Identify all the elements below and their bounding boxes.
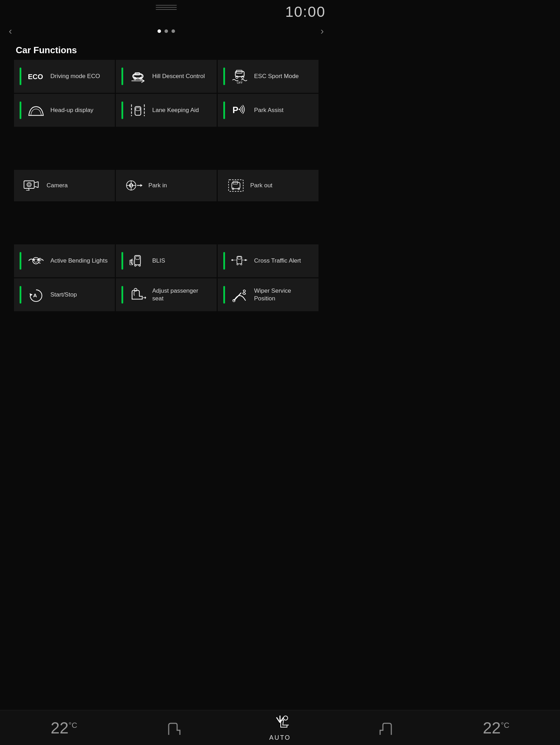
svg-point-24 <box>28 183 30 186</box>
active-indicator <box>223 252 225 270</box>
cell-label-seat: Adjust passenger seat <box>152 287 211 302</box>
svg-marker-64 <box>145 296 146 299</box>
blis-icon <box>128 253 147 269</box>
svg-marker-19 <box>238 108 240 111</box>
active-indicator <box>223 102 225 119</box>
svg-point-52 <box>139 265 140 266</box>
svg-marker-35 <box>140 184 142 187</box>
cell-label-bending: Active Bending Lights <box>50 257 108 265</box>
svg-line-65 <box>234 293 241 301</box>
cell-park-assist[interactable]: P Park Assist <box>218 94 318 127</box>
active-indicator <box>121 102 123 119</box>
cell-label-wiper: Wiper Service Position <box>254 287 313 302</box>
page-title: Car Functions <box>0 42 332 60</box>
cell-cross-traffic[interactable]: Cross Traffic Alert <box>218 244 318 277</box>
esc-icon: OFF <box>230 69 249 84</box>
wiper-icon <box>230 287 249 303</box>
svg-rect-50 <box>135 256 139 259</box>
hill-icon <box>128 69 147 84</box>
svg-point-45 <box>34 259 37 262</box>
cell-label-lane: Lane Keeping Aid <box>152 106 199 114</box>
svg-line-25 <box>35 182 38 183</box>
svg-point-56 <box>237 264 238 265</box>
svg-line-26 <box>35 187 38 188</box>
cell-label-park-in: Park in <box>148 182 167 189</box>
park-out-icon <box>226 178 245 194</box>
spacer-1 <box>0 128 332 170</box>
active-indicator <box>121 286 123 304</box>
svg-text:ECO: ECO <box>28 73 43 81</box>
active-indicator <box>20 102 21 119</box>
cell-active-bending[interactable]: Active Bending Lights <box>14 244 115 277</box>
svg-point-23 <box>27 182 31 187</box>
cell-esc-sport[interactable]: OFF ESC Sport Mode <box>218 60 318 93</box>
clock-display: 10:00 <box>285 4 326 20</box>
cell-label-driving-mode: Driving mode ECO <box>50 72 100 80</box>
cell-wiper[interactable]: Wiper Service Position <box>218 278 318 311</box>
grid-row-2: Head-up display Lane Keeping Aid P <box>14 94 318 127</box>
grid-row-4: Active Bending Lights BLIS <box>14 244 318 277</box>
active-indicator <box>20 286 21 304</box>
dot-2[interactable] <box>164 29 168 33</box>
park-assist-icon: P <box>230 103 249 118</box>
bending-icon <box>26 253 46 269</box>
cell-label-esc: ESC Sport Mode <box>254 72 299 80</box>
active-indicator <box>20 252 21 270</box>
cell-label-start-stop: Start/Stop <box>50 291 77 299</box>
camera-icon <box>22 178 42 194</box>
grid-row-3: Camera P Park in <box>14 170 318 201</box>
svg-rect-20 <box>24 181 34 189</box>
cell-blis[interactable]: BLIS <box>116 244 217 277</box>
svg-text:P: P <box>129 182 133 188</box>
cell-hill-descent[interactable]: Hill Descent Control <box>116 60 217 93</box>
svg-line-48 <box>38 263 40 263</box>
nav-row: ‹ › <box>0 22 332 42</box>
cell-label-camera: Camera <box>47 182 68 189</box>
start-stop-icon: A <box>26 287 46 303</box>
cell-adjust-seat[interactable]: Adjust passenger seat <box>116 278 217 311</box>
cell-label-park-out: Park out <box>250 182 272 189</box>
cell-label-hud: Head-up display <box>50 106 93 114</box>
active-indicator <box>121 68 123 85</box>
lane-icon <box>128 103 147 118</box>
cross-traffic-icon <box>230 253 249 269</box>
active-indicator <box>20 68 21 85</box>
next-arrow[interactable]: › <box>317 24 327 39</box>
cell-lane-keeping[interactable]: Lane Keeping Aid <box>116 94 217 127</box>
svg-line-47 <box>38 258 40 259</box>
cell-label-park-assist: Park Assist <box>254 106 284 114</box>
cell-park-out[interactable]: Park out <box>218 170 318 201</box>
cell-label-blis: BLIS <box>152 257 165 265</box>
svg-text:A: A <box>33 293 37 299</box>
cell-driving-mode[interactable]: ECO Driving mode ECO <box>14 60 115 93</box>
svg-point-51 <box>134 265 136 266</box>
active-indicator <box>121 252 123 270</box>
active-indicator <box>223 68 225 85</box>
cell-label-cross-traffic: Cross Traffic Alert <box>254 257 301 265</box>
cell-label-hill: Hill Descent Control <box>152 72 205 80</box>
park-in-icon: P <box>124 178 144 194</box>
dot-3[interactable] <box>172 29 175 33</box>
grid-row-5: A Start/Stop Adjust passenger seat <box>14 278 318 311</box>
svg-text:OFF: OFF <box>237 81 243 84</box>
svg-rect-17 <box>136 108 140 111</box>
dot-1[interactable] <box>158 29 161 33</box>
svg-rect-37 <box>229 180 243 191</box>
cell-park-in[interactable]: P Park in <box>116 170 217 201</box>
hud-icon <box>26 103 46 118</box>
svg-point-62 <box>134 288 137 291</box>
grid-row-1: ECO Driving mode ECO Hill Descent Contro… <box>14 60 318 93</box>
svg-text:P: P <box>232 105 238 115</box>
eco-icon: ECO <box>26 69 46 84</box>
active-indicator <box>223 286 225 304</box>
seat-icon <box>128 287 147 303</box>
prev-arrow[interactable]: ‹ <box>5 24 15 39</box>
page-dots <box>158 29 175 33</box>
drag-handle <box>156 4 177 11</box>
cell-hud[interactable]: Head-up display <box>14 94 115 127</box>
cell-start-stop[interactable]: A Start/Stop <box>14 278 115 311</box>
svg-point-57 <box>240 264 242 265</box>
cell-camera[interactable]: Camera <box>14 170 115 201</box>
spacer-2 <box>0 202 332 244</box>
top-bar: 10:00 <box>0 0 332 22</box>
